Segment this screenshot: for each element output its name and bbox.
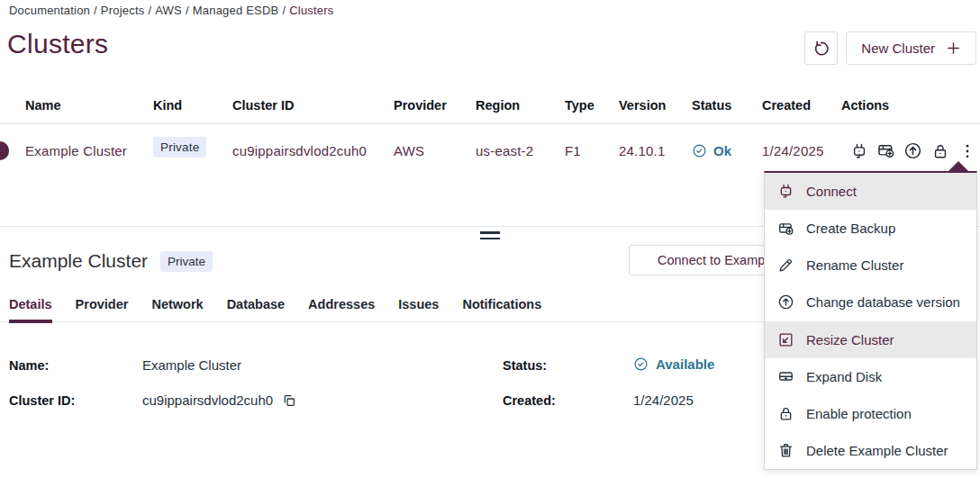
column-header-status[interactable]: Status xyxy=(692,98,731,113)
breadcrumb: Documentation/Projects/AWS/Managed ESDB/… xyxy=(9,4,334,17)
breadcrumb-item-managed-esdb[interactable]: Managed ESDB xyxy=(193,4,279,17)
splitter-drag-handle[interactable] xyxy=(480,231,500,243)
resize-icon xyxy=(777,331,794,348)
breadcrumb-item-projects[interactable]: Projects xyxy=(101,4,145,17)
cell-kind: Private xyxy=(153,139,206,154)
refresh-button[interactable] xyxy=(804,32,838,65)
detail-tabs: Details Provider Network Database Addres… xyxy=(0,297,764,322)
menu-item-resize-cluster[interactable]: Resize Cluster xyxy=(765,321,976,358)
arrow-up-circle-icon xyxy=(777,293,794,311)
tab-database[interactable]: Database xyxy=(227,297,285,323)
menu-item-label: Change database version xyxy=(806,294,960,310)
field-status-label: Status: xyxy=(503,358,547,373)
cell-version: 24.10.1 xyxy=(619,143,665,158)
row-actions xyxy=(849,141,976,160)
cell-cluster-id: cu9ippairsdvlod2cuh0 xyxy=(232,143,367,158)
table-header-divider xyxy=(0,123,980,124)
connect-icon[interactable] xyxy=(849,141,868,160)
check-circle-icon xyxy=(633,356,649,372)
column-header-actions: Actions xyxy=(841,98,889,113)
header-actions: New Cluster xyxy=(804,32,976,65)
change-version-icon[interactable] xyxy=(903,141,922,160)
clusters-page: Documentation/Projects/AWS/Managed ESDB/… xyxy=(0,0,980,478)
menu-item-create-backup[interactable]: Create Backup xyxy=(765,210,976,247)
column-header-cluster-id[interactable]: Cluster ID xyxy=(232,98,295,113)
trash-icon xyxy=(777,442,794,459)
plug-icon xyxy=(777,183,794,200)
disk-icon xyxy=(777,368,794,385)
column-header-version[interactable]: Version xyxy=(619,98,666,113)
column-header-created[interactable]: Created xyxy=(762,98,811,113)
row-selection-marker xyxy=(0,141,9,160)
tab-notifications[interactable]: Notifications xyxy=(462,297,541,323)
menu-item-label: Resize Cluster xyxy=(806,332,894,347)
create-backup-icon[interactable] xyxy=(876,141,895,160)
backup-icon xyxy=(777,220,794,237)
menu-item-label: Connect xyxy=(806,184,857,199)
tab-provider[interactable]: Provider xyxy=(76,297,129,323)
cell-type: F1 xyxy=(565,143,581,158)
refresh-icon xyxy=(812,40,830,58)
menu-item-label: Rename Cluster xyxy=(806,257,903,273)
cell-provider: AWS xyxy=(394,143,424,158)
field-status-value: Available xyxy=(633,356,714,372)
breadcrumb-separator: / xyxy=(186,4,189,17)
field-name-value: Example Cluster xyxy=(142,357,241,373)
cluster-id-text: cu9ippairsdvlod2cuh0 xyxy=(142,392,273,408)
menu-item-rename-cluster[interactable]: Rename Cluster xyxy=(765,247,976,284)
detail-kind-badge: Private xyxy=(160,251,213,272)
status-available-text: Available xyxy=(656,356,714,372)
menu-item-label: Delete Example Cluster xyxy=(806,443,948,458)
menu-item-change-database-version[interactable]: Change database version xyxy=(765,284,976,320)
kebab-menu-icon[interactable] xyxy=(957,141,976,160)
column-header-region[interactable]: Region xyxy=(476,98,520,113)
cell-status: Ok xyxy=(692,143,731,158)
lock-icon xyxy=(777,405,794,422)
page-title: Clusters xyxy=(7,29,108,59)
tab-issues[interactable]: Issues xyxy=(398,297,439,323)
breadcrumb-separator: / xyxy=(148,4,151,17)
breadcrumb-item-clusters[interactable]: Clusters xyxy=(289,4,333,17)
field-created-label: Created: xyxy=(503,393,556,408)
cluster-actions-menu: Connect Create Backup Rename Cluster Cha… xyxy=(764,171,977,470)
check-circle-icon xyxy=(692,143,707,158)
plus-icon xyxy=(946,41,961,56)
pencil-icon xyxy=(777,257,794,274)
tab-network[interactable]: Network xyxy=(151,297,203,323)
field-created-value: 1/24/2025 xyxy=(633,392,694,408)
column-header-name[interactable]: Name xyxy=(25,98,61,113)
menu-item-connect[interactable]: Connect xyxy=(765,173,976,210)
status-badge: Ok xyxy=(713,143,731,158)
breadcrumb-item-documentation[interactable]: Documentation xyxy=(9,4,90,17)
new-cluster-button-label: New Cluster xyxy=(861,41,935,56)
breadcrumb-separator: / xyxy=(94,4,97,17)
field-cluster-id-value: cu9ippairsdvlod2cuh0 xyxy=(142,392,296,408)
breadcrumb-separator: / xyxy=(282,4,286,17)
menu-item-delete-cluster[interactable]: Delete Example Cluster xyxy=(765,432,976,469)
column-header-type[interactable]: Type xyxy=(565,98,594,113)
kind-badge: Private xyxy=(153,137,206,158)
detail-cluster-title: Example Cluster xyxy=(9,250,148,272)
field-name-label: Name: xyxy=(9,358,49,373)
cell-region: us-east-2 xyxy=(476,143,533,158)
copy-icon[interactable] xyxy=(282,393,296,408)
detail-panel-header: Example Cluster Private xyxy=(9,250,213,272)
menu-item-enable-protection[interactable]: Enable protection xyxy=(765,395,976,432)
menu-caret xyxy=(948,161,968,171)
tab-addresses[interactable]: Addresses xyxy=(308,297,375,323)
tab-details[interactable]: Details xyxy=(9,297,52,323)
breadcrumb-item-aws[interactable]: AWS xyxy=(155,4,182,17)
column-header-kind[interactable]: Kind xyxy=(153,98,182,113)
menu-item-label: Create Backup xyxy=(806,221,895,236)
column-header-provider[interactable]: Provider xyxy=(394,98,447,113)
menu-item-expand-disk[interactable]: Expand Disk xyxy=(765,358,976,395)
field-cluster-id-label: Cluster ID: xyxy=(9,393,75,408)
new-cluster-button[interactable]: New Cluster xyxy=(846,32,976,65)
protection-icon[interactable] xyxy=(930,141,949,160)
menu-item-label: Enable protection xyxy=(806,406,912,421)
menu-item-label: Expand Disk xyxy=(806,369,882,384)
cell-cluster-name[interactable]: Example Cluster xyxy=(25,143,127,158)
cell-created: 1/24/2025 xyxy=(762,143,824,158)
